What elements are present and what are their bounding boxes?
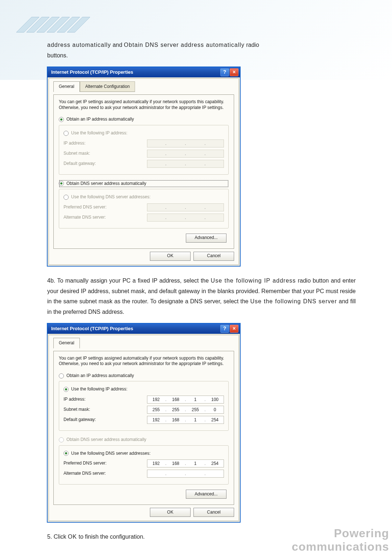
group-use-dns: Use the following DNS server addresses: … bbox=[59, 189, 229, 228]
radio-use-dns[interactable]: Use the following DNS server addresses: bbox=[64, 193, 224, 201]
intro-bold-1: address automatically bbox=[47, 42, 111, 48]
radio-use-dns[interactable]: Use the following DNS server addresses: bbox=[64, 450, 224, 458]
radio-icon bbox=[64, 387, 69, 392]
radio-obtain-ip[interactable]: Obtain an IP address automatically bbox=[59, 116, 229, 123]
intro-bold-2: Obtain DNS server address automatically bbox=[124, 42, 244, 48]
tab-alternate-configuration[interactable]: Alternate Configuration bbox=[80, 81, 135, 92]
advanced-button[interactable]: Advanced... bbox=[186, 234, 226, 243]
radio-icon bbox=[59, 181, 64, 186]
lbl-preferred-dns: Preferred DNS server: bbox=[64, 203, 107, 211]
preferred-dns-field[interactable]: 192. 168. 1. 254 bbox=[147, 459, 224, 467]
radio-icon bbox=[64, 131, 69, 136]
help-icon[interactable]: ? bbox=[220, 325, 229, 333]
close-icon[interactable]: × bbox=[230, 68, 238, 76]
dialog-tcpip-1: Internet Protocol (TCP/IP) Properties ? … bbox=[47, 67, 240, 266]
default-gateway-field: ... bbox=[147, 160, 224, 168]
radio-obtain-dns: Obtain DNS server address automatically bbox=[59, 436, 229, 444]
ok-button[interactable]: OK bbox=[150, 508, 191, 517]
radio-use-ip[interactable]: Use the following IP address: bbox=[64, 129, 224, 137]
radio-icon bbox=[64, 451, 69, 456]
step-4b-paragraph: 4b. To manually assign your PC a fixed I… bbox=[47, 276, 356, 317]
group-use-dns: Use the following DNS server addresses: … bbox=[59, 445, 229, 485]
dialog-tcpip-2: Internet Protocol (TCP/IP) Properties ? … bbox=[47, 323, 240, 522]
lbl-ip-address: IP address: bbox=[64, 139, 85, 147]
lbl-ip-address: IP address: bbox=[64, 396, 85, 404]
cancel-button[interactable]: Cancel bbox=[193, 508, 234, 517]
ok-button[interactable]: OK bbox=[150, 252, 191, 261]
tab-general[interactable]: General bbox=[53, 81, 80, 92]
titlebar[interactable]: Internet Protocol (TCP/IP) Properties ? … bbox=[48, 324, 240, 334]
radio-icon bbox=[59, 437, 64, 442]
dialog-info-text: You can get IP settings assigned automat… bbox=[59, 99, 229, 110]
alternate-dns-field: ... bbox=[147, 214, 224, 222]
preferred-dns-field: ... bbox=[147, 203, 224, 211]
radio-icon bbox=[59, 373, 64, 378]
intro-paragraph: address automatically and Obtain DNS ser… bbox=[47, 40, 356, 61]
ip-address-field[interactable]: 192. 168. 1. 100 bbox=[147, 396, 224, 404]
ip-address-field: ... bbox=[147, 139, 224, 147]
default-gateway-field[interactable]: 192. 168. 1. 254 bbox=[147, 416, 224, 424]
step-5-paragraph: 5. Click OK to finish the configuration. bbox=[47, 532, 356, 542]
brand-logo bbox=[16, 16, 118, 38]
subnet-mask-field[interactable]: 255. 255. 255. 0 bbox=[147, 406, 224, 414]
group-use-ip: Use the following IP address: IP address… bbox=[59, 125, 229, 175]
lbl-subnet-mask: Subnet mask: bbox=[64, 406, 90, 414]
lbl-alternate-dns: Alternate DNS server: bbox=[64, 470, 106, 478]
subnet-mask-field: ... bbox=[147, 150, 224, 158]
cancel-button[interactable]: Cancel bbox=[193, 252, 234, 261]
advanced-button[interactable]: Advanced... bbox=[186, 490, 226, 499]
help-icon[interactable]: ? bbox=[220, 68, 229, 76]
lbl-subnet-mask: Subnet mask: bbox=[64, 150, 90, 158]
tab-general[interactable]: General bbox=[53, 338, 80, 348]
lbl-default-gateway: Default gateway: bbox=[64, 160, 96, 168]
dialog-title: Internet Protocol (TCP/IP) Properties bbox=[51, 68, 220, 76]
lbl-preferred-dns: Preferred DNS server: bbox=[64, 459, 107, 467]
radio-obtain-dns[interactable]: Obtain DNS server address automatically bbox=[59, 180, 229, 188]
lbl-default-gateway: Default gateway: bbox=[64, 416, 96, 424]
lbl-alternate-dns: Alternate DNS server: bbox=[64, 214, 106, 222]
radio-obtain-ip[interactable]: Obtain an IP address automatically bbox=[59, 372, 229, 380]
group-use-ip: Use the following IP address: IP address… bbox=[59, 381, 229, 431]
dialog-title: Internet Protocol (TCP/IP) Properties bbox=[51, 324, 220, 333]
radio-icon bbox=[59, 117, 64, 122]
titlebar[interactable]: Internet Protocol (TCP/IP) Properties ? … bbox=[48, 67, 240, 77]
alternate-dns-field[interactable]: ... bbox=[147, 470, 224, 478]
dialog-info-text: You can get IP settings assigned automat… bbox=[59, 356, 229, 367]
close-icon[interactable]: × bbox=[230, 325, 238, 333]
radio-icon bbox=[64, 195, 69, 200]
radio-use-ip[interactable]: Use the following IP address: bbox=[64, 385, 224, 393]
